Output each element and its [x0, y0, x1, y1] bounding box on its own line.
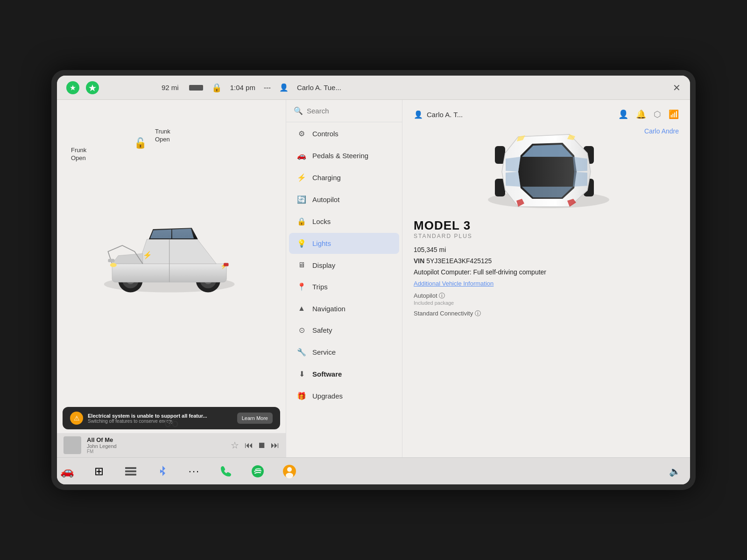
volume-icon[interactable]: 🔈	[669, 466, 681, 477]
menu-label-display: Display	[312, 261, 335, 269]
learn-more-button[interactable]: Learn More	[237, 413, 273, 424]
menu-label-service: Service	[312, 348, 336, 356]
vin-label: VIN	[414, 257, 424, 265]
taskbar-car-btn[interactable]: 🚗	[57, 461, 78, 482]
time-text: 1:04 pm	[230, 84, 255, 91]
right-user-name: Carlo A. T...	[427, 111, 463, 119]
lock-icon: 🔒	[211, 83, 222, 93]
search-icon: 🔍	[294, 106, 303, 115]
menu-label-upgrades: Upgrades	[312, 392, 343, 400]
menu-icon-service: 🔧	[296, 348, 307, 357]
menu-label-trips: Trips	[312, 283, 328, 291]
next-button[interactable]: ⏭	[271, 441, 279, 450]
menu-item-autopilot[interactable]: 🔄 Autopilot	[289, 189, 399, 210]
frunk-label: Frunk Open	[71, 147, 86, 162]
screen-outer: 92 mi 🔒 1:04 pm --- 👤 Carlo A. Tue... ✕ …	[51, 70, 696, 490]
menu-label-charging: Charging	[312, 174, 341, 182]
taskbar-avatar-btn[interactable]	[279, 461, 300, 482]
menu-item-safety[interactable]: ⊙ Safety	[289, 320, 399, 341]
menu-icon-display: 🖥	[296, 261, 307, 269]
menu-item-locks[interactable]: 🔒 Locks	[289, 211, 399, 232]
vin-value: 5YJ3E1EA3KF425125	[426, 257, 492, 265]
additional-info-row: Additional Vehicle Information	[414, 280, 679, 287]
mileage-value: 105,345 mi	[414, 246, 446, 253]
menu-label-pedals: Pedals & Steering	[312, 152, 368, 160]
prev-button[interactable]: ⏮	[245, 441, 253, 450]
car-display-area: Frunk Open 🔓 Trunk Open	[57, 100, 286, 403]
menu-label-lights: Lights	[312, 239, 331, 247]
temperature-display: 66	[164, 415, 178, 430]
battery-text: 92 mi	[162, 84, 179, 91]
search-bar: 🔍	[286, 100, 402, 122]
search-input[interactable]	[307, 107, 395, 115]
menu-icon-upgrades: 🎁	[296, 392, 307, 400]
menu-icon-software: ⬇	[296, 370, 307, 378]
close-icon[interactable]: ✕	[673, 82, 681, 93]
additional-info-link[interactable]: Additional Vehicle Information	[414, 280, 493, 287]
user-icon: 👤	[414, 110, 423, 119]
owner-name: Carlo Andre	[644, 127, 679, 135]
status-center: 92 mi 🔒 1:04 pm --- 👤 Carlo A. Tue...	[162, 83, 341, 93]
car-lock-icon: 🔓	[134, 137, 147, 149]
taskbar-grid-btn[interactable]: ⊞	[89, 461, 109, 482]
taskbar-bars-btn[interactable]	[120, 461, 141, 482]
menu-label-safety: Safety	[312, 326, 332, 334]
menu-icon-trips: 📍	[296, 282, 307, 291]
menu-icon-navigation: ▲	[296, 304, 307, 313]
menu-label-navigation: Navigation	[312, 305, 345, 313]
menu-item-lights[interactable]: 💡 Lights	[289, 233, 399, 254]
profile-icon[interactable]: 👤	[618, 109, 628, 119]
bell-icon[interactable]: 🔔	[636, 109, 646, 119]
taskbar-phone-btn[interactable]	[216, 461, 236, 482]
stop-button[interactable]: ⏹	[258, 441, 266, 450]
menu-item-trips[interactable]: 📍 Trips	[289, 276, 399, 297]
menu-item-pedals[interactable]: 🚗 Pedals & Steering	[289, 145, 399, 166]
taskbar-bluetooth-btn[interactable]	[152, 461, 173, 482]
svg-text:⚡: ⚡	[143, 251, 152, 259]
taskbar-spotify-btn[interactable]	[247, 461, 268, 482]
signal-icon[interactable]: 📶	[669, 109, 679, 119]
menu-icon-pedals: 🚗	[296, 151, 307, 160]
menu-icon-charging: ⚡	[296, 173, 307, 182]
svg-rect-13	[224, 263, 229, 266]
menu-label-software: Software	[312, 370, 342, 378]
menu-icon-autopilot: 🔄	[296, 195, 307, 204]
model-variant: STANDARD PLUS	[414, 233, 679, 239]
car-side-image: ⚡ ⚡	[90, 191, 253, 312]
bluetooth-icon[interactable]: ⬡	[654, 109, 661, 119]
vin-row: VIN 5YJ3E1EA3KF425125	[414, 257, 679, 265]
menu-item-software[interactable]: ⬇ Software	[289, 364, 399, 385]
battery-bar	[189, 85, 203, 91]
menu-item-display[interactable]: 🖥 Display	[289, 255, 399, 275]
main-content: Frunk Open 🔓 Trunk Open	[57, 100, 690, 457]
autopilot-computer-row: Autopilot Computer: Full self-driving co…	[414, 268, 679, 276]
status-bar: 92 mi 🔒 1:04 pm --- 👤 Carlo A. Tue... ✕	[57, 76, 690, 100]
notif-title: Electrical system is unable to support a…	[88, 413, 233, 419]
svg-rect-19	[125, 467, 136, 469]
separator-text: ---	[264, 84, 271, 91]
menu-item-navigation[interactable]: ▲ Navigation	[289, 298, 399, 319]
svg-rect-21	[125, 474, 136, 476]
user-text: Carlo A. Tue...	[297, 84, 341, 91]
right-header: 👤 Carlo A. T... 👤 🔔 ⬡ 📶	[414, 109, 679, 119]
menu-item-controls[interactable]: ⚙ Controls	[289, 123, 399, 144]
menu-item-service[interactable]: 🔧 Service	[289, 342, 399, 363]
svg-point-12	[110, 263, 117, 267]
music-bar: All Of Me John Legend FM ☆ ⏮ ⏹ ⏭	[57, 433, 286, 457]
favorite-icon[interactable]: ☆	[231, 440, 239, 451]
autopilot-row: Autopilot ⓘ Included package	[414, 292, 679, 306]
model-name: MODEL 3	[414, 218, 679, 233]
vehicle-info-section: MODEL 3 STANDARD PLUS 105,345 mi VIN 5YJ…	[414, 218, 679, 318]
menu-item-charging[interactable]: ⚡ Charging	[289, 167, 399, 188]
notification-text: Electrical system is unable to support a…	[88, 413, 233, 424]
svg-point-24	[287, 467, 292, 472]
connectivity-label: Standard Connectivity ⓘ	[414, 309, 679, 318]
connectivity-row: Standard Connectivity ⓘ	[414, 309, 679, 318]
status-dot-right	[86, 81, 99, 94]
person-icon: 👤	[279, 83, 289, 92]
menu-icon-locks: 🔒	[296, 217, 307, 226]
menu-label-locks: Locks	[312, 217, 331, 225]
menu-item-upgrades[interactable]: 🎁 Upgrades	[289, 385, 399, 406]
autopilot-label: Autopilot ⓘ	[414, 292, 679, 300]
taskbar-dots-btn[interactable]: ···	[184, 461, 204, 482]
